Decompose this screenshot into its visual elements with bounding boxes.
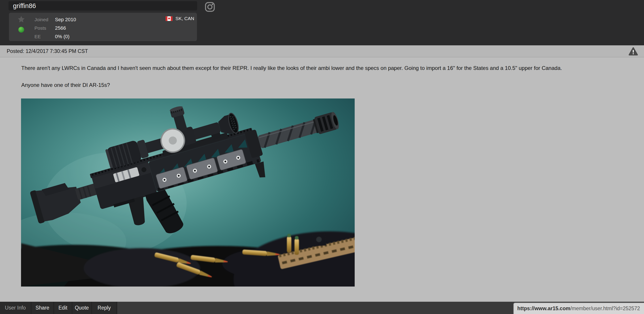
post-photo-rifle[interactable] [21,99,355,287]
post-user-header: griffin86 Joined Sep 2010 Posts 2566 EE … [0,0,644,45]
ee-row: EE 0% (0) [34,32,76,41]
instagram-icon[interactable] [204,1,216,13]
user-stats: Joined Sep 2010 Posts 2566 EE 0% (0) [34,15,76,41]
post-paragraph: Anyone have one of their DI AR-15s? [21,82,641,88]
edit-button[interactable]: Edit [54,302,72,314]
posted-timestamp: Posted: 12/4/2017 7:30:45 PM CST [7,45,88,57]
post-paragraph: There aren't any LWRCs in Canada and I h… [21,65,641,71]
posts-value: 2566 [55,25,66,31]
username-link[interactable]: griffin86 [8,1,197,10]
location-text: SK, CAN [176,16,194,21]
joined-row: Joined Sep 2010 [34,15,76,24]
status-url-domain: https://www.ar15.com [517,306,570,312]
joined-value: Sep 2010 [55,17,76,22]
canada-flag-icon [166,16,172,21]
user-info-panel: Joined Sep 2010 Posts 2566 EE 0% (0) SK,… [9,13,197,41]
reply-button[interactable]: Reply [92,302,117,314]
star-icon [17,15,26,24]
posts-label: Posts [34,24,54,32]
share-button[interactable]: Share [32,302,54,314]
posts-row: Posts 2566 [34,24,76,32]
ee-label: EE [34,32,54,41]
ee-value: 0% (0) [55,34,70,39]
status-url-path: /member/user.html?id=252572 [570,306,640,312]
user-info-button[interactable]: User Info [0,302,32,314]
quote-button[interactable]: Quote [72,302,92,314]
user-location: SK, CAN [166,16,194,21]
browser-status-url: https://www.ar15.com/member/user.html?id… [513,303,644,314]
online-indicator-dot [18,27,24,33]
joined-label: Joined [34,15,54,24]
posted-bar: Posted: 12/4/2017 7:30:45 PM CST [0,45,644,57]
report-warning-icon[interactable] [628,47,638,56]
post-text: There aren't any LWRCs in Canada and I h… [21,65,641,88]
